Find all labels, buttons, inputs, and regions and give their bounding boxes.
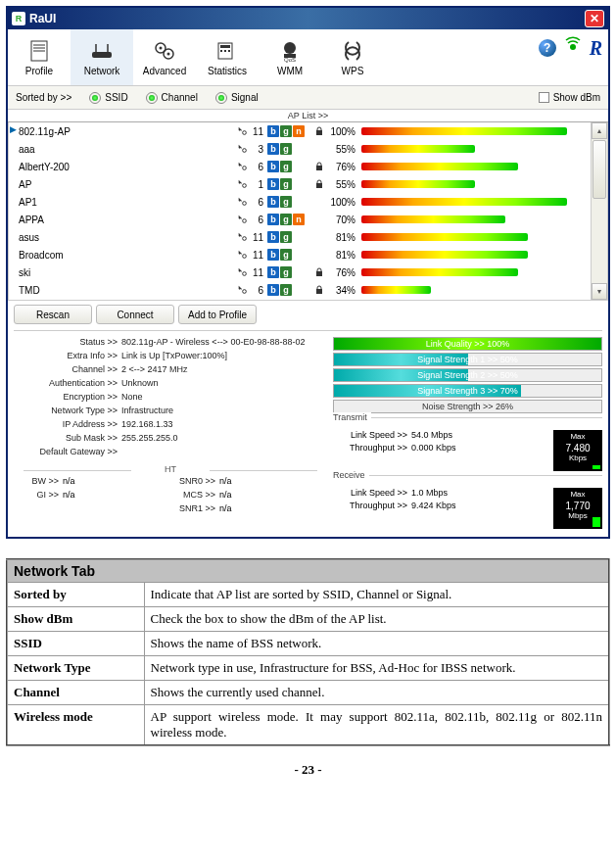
tab-wmm[interactable]: QoS WMM — [259, 29, 321, 85]
bw-value: n/a — [63, 476, 75, 490]
key-icon — [234, 266, 250, 278]
svg-point-23 — [243, 167, 247, 170]
ap-signal-pct: 76% — [328, 267, 361, 278]
channel-label: Channel >> — [14, 364, 121, 378]
wps-icon — [339, 38, 366, 64]
tab-advanced[interactable]: Advanced — [133, 29, 196, 85]
tab-wps[interactable]: WPS — [321, 29, 384, 85]
ap-modes: bg — [267, 161, 314, 172]
caption-row: Wireless modeAP support wireless mode. I… — [7, 705, 609, 746]
connect-button[interactable]: Connect — [96, 305, 174, 324]
key-icon — [234, 284, 250, 296]
title-bar[interactable]: R RaUI ✕ — [8, 8, 608, 29]
add-to-profile-button[interactable]: Add to Profile — [178, 305, 257, 324]
sort-channel-option[interactable]: Channel — [146, 92, 198, 104]
ap-ssid: asus — [19, 232, 234, 243]
signal3-bar: Signal Strength 3 >> 70% — [333, 384, 602, 398]
details-panel: Status >>802.11g-AP - Wireless <--> 00-E… — [8, 333, 608, 537]
sort-bar: Sorted by >> SSID Channel Signal Show dB… — [8, 86, 608, 110]
ap-modes: bg — [267, 249, 314, 261]
ap-modes: bgn — [267, 214, 314, 225]
ap-row[interactable]: TMD6bg34% — [9, 281, 607, 299]
help-icon[interactable]: ? — [539, 39, 556, 57]
gw-label: Default Gateway >> — [14, 447, 121, 460]
svg-rect-15 — [228, 50, 230, 52]
ip-label: IP Address >> — [14, 419, 121, 433]
caption-value: Shows the name of BSS network. — [144, 632, 609, 656]
tab-profile[interactable]: Profile — [8, 29, 71, 85]
lock-icon — [314, 267, 328, 277]
enc-label: Encryption >> — [14, 392, 121, 406]
extrainfo-value: Link is Up [TxPower:100%] — [121, 351, 327, 364]
scroll-thumb[interactable] — [592, 140, 606, 199]
button-row: Rescan Connect Add to Profile — [8, 301, 608, 328]
tab-network[interactable]: Network — [71, 29, 133, 85]
sort-ssid-option[interactable]: SSID — [89, 92, 127, 104]
scrollbar[interactable]: ▴▾ — [591, 122, 607, 300]
scroll-up-icon[interactable]: ▴ — [592, 122, 607, 139]
ap-row[interactable]: asus11bg81% — [9, 228, 607, 246]
mcs-value: n/a — [219, 490, 232, 503]
ap-ssid: aaa — [19, 144, 234, 155]
tab-label: Advanced — [143, 66, 186, 76]
gi-value: n/a — [63, 490, 75, 503]
app-window: R RaUI ✕ Profile Network Advanced Statis… — [6, 6, 610, 539]
rescan-button[interactable]: Rescan — [14, 305, 92, 324]
ap-row[interactable]: APPA6bgn70% — [9, 211, 607, 228]
mask-label: Sub Mask >> — [14, 433, 121, 447]
ap-ssid: ski — [19, 267, 234, 278]
ap-signal-pct: 81% — [328, 250, 361, 261]
ap-row[interactable]: ski11bg76% — [9, 263, 607, 281]
svg-point-22 — [243, 149, 247, 153]
svg-point-19 — [570, 44, 576, 50]
caption-row: Network TypeNetwork type in use, Infrast… — [7, 656, 609, 681]
ap-ssid: APPA — [19, 215, 234, 225]
ap-signal-bar — [361, 198, 567, 206]
ap-channel: 11 — [250, 267, 267, 278]
close-button[interactable]: ✕ — [585, 10, 604, 27]
ap-row[interactable]: 802.11g-AP11bgn100% — [9, 122, 607, 140]
key-icon — [234, 231, 250, 243]
radio-toggle-icon[interactable] — [560, 35, 586, 61]
ap-modes: bg — [267, 284, 314, 296]
app-icon: R — [12, 12, 25, 25]
ap-row[interactable]: AlbertY-2006bg76% — [9, 158, 607, 175]
connection-info: Status >>802.11g-AP - Wireless <--> 00-E… — [14, 337, 327, 529]
ip-value: 192.168.1.33 — [121, 419, 327, 433]
window-title: RaUI — [29, 12, 585, 25]
sorted-by-label: Sorted by >> — [16, 92, 71, 103]
radio-icon — [146, 92, 158, 104]
show-dbm-checkbox[interactable]: Show dBm — [539, 92, 600, 103]
svg-point-9 — [160, 47, 163, 50]
svg-point-31 — [243, 272, 247, 276]
scroll-down-icon[interactable]: ▾ — [592, 283, 607, 300]
wmm-icon: QoS — [276, 38, 304, 64]
signal-info: Link Quality >> 100% Signal Strength 1 >… — [333, 337, 602, 529]
tab-statistics[interactable]: Statistics — [196, 29, 259, 85]
ap-list-header: AP List >> — [8, 110, 608, 122]
radio-icon — [215, 92, 227, 104]
brand-r-icon: R — [590, 37, 602, 60]
ap-row[interactable]: Broadcom11bg81% — [9, 246, 607, 263]
ntype-label: Network Type >> — [14, 406, 121, 419]
ap-channel: 6 — [250, 285, 267, 296]
rx-linkspeed: 1.0 Mbps — [411, 488, 448, 501]
ap-row[interactable]: aaa3bg55% — [9, 140, 607, 158]
snr1-label: SNR1 >> — [170, 503, 219, 517]
transmit-group: Transmit Link Speed >>54.0 Mbps Throughp… — [333, 417, 602, 471]
link-quality-bar: Link Quality >> 100% — [333, 337, 602, 351]
caption-row: Sorted byIndicate that AP list are sorte… — [7, 583, 609, 607]
svg-point-20 — [243, 131, 247, 135]
ap-ssid: AP1 — [19, 197, 234, 208]
checkbox-icon — [539, 92, 549, 103]
ap-modes: bg — [267, 196, 314, 208]
ap-signal-bar — [361, 268, 567, 276]
sort-signal-option[interactable]: Signal — [215, 92, 259, 104]
ap-row[interactable]: AP16bg100% — [9, 193, 607, 211]
svg-point-28 — [243, 219, 247, 223]
key-icon — [234, 196, 250, 208]
caption-value: Indicate that AP list are sorted by SSID… — [144, 583, 609, 607]
key-icon — [234, 161, 250, 172]
ap-row[interactable]: AP1bg55% — [9, 175, 607, 193]
ht-header: HT — [14, 464, 327, 476]
